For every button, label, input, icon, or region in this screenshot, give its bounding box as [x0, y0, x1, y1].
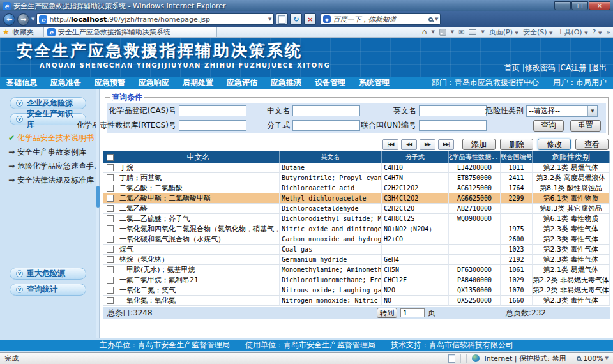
cas-input[interactable]	[179, 105, 246, 116]
table-row[interactable]: 锗烷（氢化锗） Germanium hydride GeH4 2192 第2.3…	[103, 255, 610, 265]
nav-menu-item[interactable]: 基础信息	[6, 77, 37, 88]
row-checkbox[interactable]	[107, 215, 114, 222]
table-row[interactable]: 一氧化碳和氢气混合物（水煤气） Carbon monoxide and hydr…	[103, 234, 610, 245]
compatibility-view-button[interactable]	[276, 13, 288, 25]
row-checkbox[interactable]	[107, 195, 114, 202]
home-dropdown-icon[interactable]: ▼	[431, 29, 434, 34]
modify-button[interactable]: 修改	[538, 139, 571, 150]
chevron-down-icon[interactable]: ▼	[587, 106, 597, 116]
row-checkbox[interactable]	[107, 205, 114, 212]
table-row[interactable]: 丁腈；丙基氰 Butyronitrile; Propyl cyanide C4H…	[103, 173, 610, 183]
search-input-text[interactable]: 百度一下，你就知道	[333, 15, 427, 24]
goto-page-button[interactable]: 转到	[377, 308, 397, 318]
help-menu[interactable]: ? ▼	[593, 28, 602, 36]
refresh-button[interactable]: ↻	[290, 13, 302, 25]
nav-menu-item[interactable]: 应急响应	[139, 77, 169, 88]
zoom-control[interactable]: 100% ▼	[577, 354, 609, 363]
sidebar-link[interactable]: 安全生产事故案例库	[8, 145, 96, 159]
table-row[interactable]: 一甲胺(无水)；氨基甲烷 Monomethylamine; Aminometha…	[103, 265, 610, 275]
nav-menu-item[interactable]: 应急评估	[227, 77, 257, 88]
view-button[interactable]: 查看	[575, 139, 609, 150]
pager-nav-button[interactable]: ◀◀	[401, 139, 417, 150]
col-hazard-class[interactable]: 危险性类别	[533, 151, 610, 163]
row-checkbox[interactable]	[107, 246, 114, 253]
pager-nav-button[interactable]: |◀◀	[382, 139, 398, 150]
col-un-number[interactable]: 联合国编号	[501, 151, 533, 163]
nav-menu-item[interactable]: 应急推演	[271, 77, 301, 88]
stop-button[interactable]: ×	[304, 13, 316, 25]
row-checkbox[interactable]	[107, 185, 114, 192]
page-number-input[interactable]	[400, 308, 425, 317]
col-rtecs[interactable]: 化学品毒性数据...	[449, 151, 501, 163]
nav-menu-item[interactable]: 应急预警	[95, 77, 125, 88]
sidebar-group-enterprise[interactable]: v 企业及危险源	[10, 97, 86, 109]
print-dropdown-icon[interactable]: ▼	[481, 29, 484, 34]
table-row[interactable]: 二氯乙醛 Dichloroacetaldehyde C2H2Cl2O AB271…	[103, 204, 610, 214]
sidebar-splitter[interactable]	[96, 89, 100, 338]
table-row[interactable]: 一氧化氮和四氧化二氮混合物（氮氧化物，硝基气，氧化氮气体） Nitric oxi…	[103, 224, 610, 234]
row-checkbox[interactable]	[107, 236, 114, 243]
sidebar-group-hazard[interactable]: v 重大危险源	[10, 268, 86, 280]
rtecs-input[interactable]	[179, 120, 246, 131]
rss-dropdown-icon[interactable]: ▼	[451, 29, 454, 34]
page-menu[interactable]: 页面(P) ▼	[489, 27, 518, 37]
nav-menu-item[interactable]: 设备管理	[315, 77, 345, 88]
back-button[interactable]: ←	[3, 13, 15, 26]
un-number-input[interactable]	[419, 120, 487, 131]
close-button[interactable]: ×	[589, 1, 610, 10]
search-icon[interactable]	[428, 17, 433, 22]
splitter-handle[interactable]	[96, 186, 100, 208]
minimize-button[interactable]: −	[554, 1, 571, 10]
overflow-chevron-icon[interactable]: »	[606, 28, 610, 36]
row-checkbox[interactable]	[107, 297, 114, 304]
maximize-button[interactable]: □	[571, 1, 588, 10]
select-all-checkbox[interactable]	[107, 154, 114, 161]
search-button[interactable]: 查询	[533, 120, 564, 132]
pager-nav-button[interactable]: ▶▶	[420, 139, 435, 150]
hazard-class-select[interactable]: --请选择-- ▼	[526, 105, 598, 117]
delete-button[interactable]: 删除	[500, 139, 533, 150]
nav-menu-item[interactable]: 应急准备	[50, 77, 81, 88]
reset-button[interactable]: 重置	[570, 120, 601, 132]
cn-name-input[interactable]	[292, 105, 360, 116]
url-dropdown-icon[interactable]: ▼	[268, 17, 271, 22]
col-cn-name[interactable]: 中文名	[117, 151, 280, 163]
col-en-name[interactable]: 英文名	[280, 151, 382, 163]
row-checkbox[interactable]	[107, 287, 114, 294]
account-link[interactable]: 首页	[504, 63, 520, 73]
tools-menu[interactable]: 工具(O) ▼	[557, 27, 587, 37]
row-checkbox[interactable]	[107, 266, 114, 273]
pager-nav-button[interactable]: ▶▶|	[438, 139, 454, 150]
row-checkbox[interactable]	[107, 225, 114, 232]
sidebar-link[interactable]: 危险化学品应急速查手...	[8, 159, 96, 173]
page-tab[interactable]: e 安全生产应急救援指挥辅助决策系统	[43, 27, 217, 37]
account-link[interactable]: 修改密码	[520, 63, 556, 73]
row-checkbox[interactable]	[107, 277, 114, 284]
sidebar-group-stats[interactable]: v 查询统计	[10, 284, 86, 296]
table-row[interactable]: 丁烷 Butane C4H10 EJ4200000 1011 第2.1类 易燃气…	[103, 163, 610, 173]
print-icon[interactable]	[469, 29, 476, 35]
formula-input[interactable]	[292, 120, 360, 131]
history-dropdown-icon[interactable]: ▼	[31, 17, 34, 22]
favorites-star-icon[interactable]: ★	[3, 27, 10, 36]
account-link[interactable]: 退出	[586, 63, 607, 73]
safety-menu[interactable]: 安全(S) ▼	[523, 27, 552, 37]
search-box[interactable]: 百度一下，你就知道 ▼	[321, 13, 441, 25]
forward-button[interactable]: →	[17, 13, 29, 26]
status-page-icon[interactable]	[448, 354, 455, 363]
sidebar-group-knowledge[interactable]: v 安全生产知识库	[10, 113, 86, 125]
row-checkbox[interactable]	[107, 164, 114, 171]
favorites-label[interactable]: 收藏夹	[13, 27, 34, 37]
table-row[interactable]: 一氧化氮；氧化氮 Nitrogen monoxide; Nitric oxide…	[103, 296, 610, 306]
table-row[interactable]: 二氯二乙硫醚；芥子气 Dichlorodiethyl sulfide; Must…	[103, 214, 610, 224]
sidebar-link[interactable]: 化学品安全技术说明书	[8, 131, 96, 145]
row-checkbox[interactable]	[107, 174, 114, 181]
nav-menu-item[interactable]: 系统管理	[359, 77, 390, 88]
sidebar-link[interactable]: 安全法律法规及标准库	[8, 173, 96, 187]
col-formula[interactable]: 分子式	[382, 151, 449, 163]
table-row[interactable]: 二氯乙酸；二氯醋酸 Dichloroacetic acid C2H2Cl2O2 …	[103, 183, 610, 193]
account-link[interactable]: CA注册	[556, 63, 586, 73]
row-checkbox[interactable]	[107, 256, 114, 263]
en-name-input[interactable]	[419, 105, 487, 116]
table-row[interactable]: 一氧化二氮；笑气 Nitrous oxide; Laughing gas N2O…	[103, 285, 610, 296]
